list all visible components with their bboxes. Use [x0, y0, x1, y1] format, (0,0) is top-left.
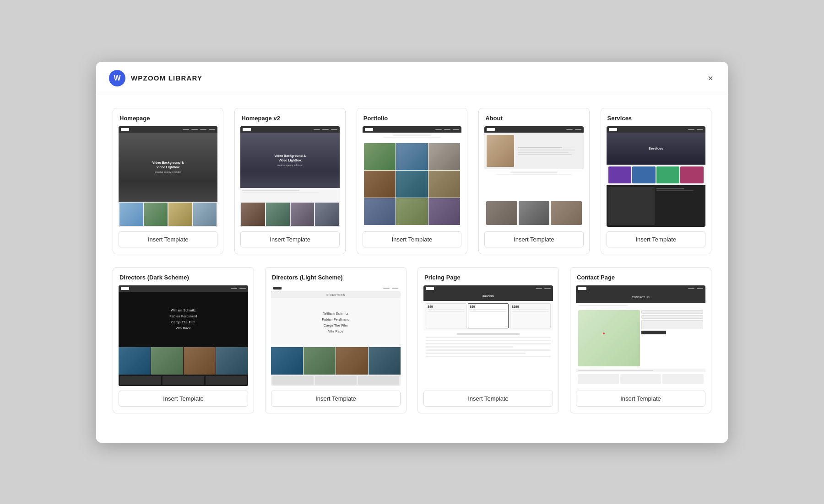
card-action-directors-light: Insert Template — [266, 386, 406, 413]
card-preview-services: Services — [607, 126, 705, 227]
card-label-portfolio: Portfolio — [357, 108, 467, 126]
header-left: W WPZOOM LIBRARY — [109, 70, 202, 86]
template-card-services: Services Services — [601, 108, 711, 254]
card-label-directors-dark: Directors (Dark Scheme) — [113, 268, 254, 285]
card-action-contact: Insert Template — [570, 386, 711, 413]
card-action-homepage: Insert Template — [113, 227, 223, 254]
card-preview-pricing: PRICING $49 $99 — [423, 285, 553, 386]
card-preview-about — [484, 126, 583, 227]
insert-button-portfolio[interactable]: Insert Template — [363, 231, 461, 247]
card-action-services: Insert Template — [601, 227, 711, 254]
preview-nav — [119, 126, 217, 133]
card-action-homepage-v2: Insert Template — [235, 227, 345, 254]
template-grid-row1: Homepage — [113, 108, 711, 254]
insert-button-directors-light[interactable]: Insert Template — [271, 391, 401, 407]
modal-title: WPZOOM LIBRARY — [131, 74, 202, 82]
insert-button-homepage[interactable]: Insert Template — [119, 231, 217, 247]
template-card-directors-dark: Directors (Dark Scheme) — [113, 267, 254, 413]
insert-button-directors-dark[interactable]: Insert Template — [119, 391, 248, 407]
template-card-contact: Contact Page CONT — [570, 267, 711, 413]
card-action-portfolio: Insert Template — [357, 227, 467, 254]
insert-button-homepage-v2[interactable]: Insert Template — [240, 231, 339, 247]
modal-overlay: W WPZOOM LIBRARY × Homepage — [96, 62, 728, 443]
template-card-about: About — [478, 108, 589, 254]
insert-button-services[interactable]: Insert Template — [607, 231, 705, 247]
card-label-homepage-v2: Homepage v2 — [235, 108, 345, 126]
template-card-pricing: Pricing Page PRIC — [417, 267, 559, 413]
template-grid-row2: Directors (Dark Scheme) — [113, 267, 711, 413]
card-label-directors-light: Directors (Light Scheme) — [266, 268, 406, 285]
card-label-homepage: Homepage — [113, 108, 223, 126]
card-preview-homepage: Video Background &Video Lightbox creativ… — [119, 126, 217, 227]
card-label-services: Services — [601, 108, 711, 126]
card-preview-contact: CONTACT US — [576, 285, 705, 386]
insert-button-pricing[interactable]: Insert Template — [423, 391, 553, 407]
card-preview-directors-dark: William Schmitz Fabian Ferdinand Cargo T… — [119, 285, 248, 386]
insert-button-contact[interactable]: Insert Template — [576, 391, 705, 407]
card-preview-homepage-v2: Video Background &Video Lightbox creativ… — [240, 126, 339, 227]
card-action-pricing: Insert Template — [418, 386, 558, 413]
insert-button-about[interactable]: Insert Template — [484, 231, 583, 247]
modal-body: Homepage — [96, 95, 728, 443]
card-action-directors-dark: Insert Template — [113, 386, 254, 413]
card-label-about: About — [479, 108, 589, 126]
template-card-homepage: Homepage — [113, 108, 223, 254]
card-action-about: Insert Template — [479, 227, 589, 254]
close-button[interactable]: × — [706, 72, 715, 85]
card-preview-directors-light: DIRECTORS William Schmitz Fabian Ferdina… — [271, 285, 401, 386]
wpzoom-logo: W — [109, 70, 125, 86]
card-label-pricing: Pricing Page — [418, 268, 558, 285]
modal-header: W WPZOOM LIBRARY × — [96, 62, 728, 95]
card-preview-portfolio — [363, 126, 461, 227]
template-card-directors-light: Directors (Light Scheme) — [265, 267, 407, 413]
template-card-homepage-v2: Homepage v2 — [234, 108, 345, 254]
card-label-contact: Contact Page — [570, 268, 711, 285]
template-card-portfolio: Portfolio — [357, 108, 467, 254]
